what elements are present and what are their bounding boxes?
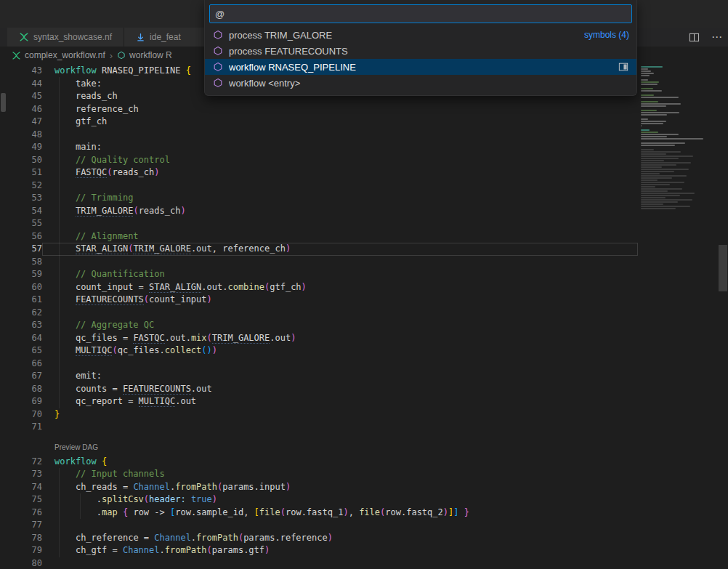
codelens-preview-dag[interactable]: Preview DAG: [7, 434, 638, 456]
minimap-line: [641, 199, 692, 201]
scrollbar-thumb[interactable]: [719, 245, 727, 291]
code-line[interactable]: 59 // Quantification: [7, 268, 638, 281]
code-line[interactable]: 49 main:: [7, 141, 638, 154]
minimap[interactable]: [638, 64, 718, 569]
code-line[interactable]: 71: [7, 421, 638, 434]
more-actions-icon[interactable]: ⋯: [705, 28, 728, 47]
code-token: Channel: [123, 545, 160, 555]
code-line[interactable]: 48: [7, 129, 638, 142]
sash-handle[interactable]: [1, 93, 6, 112]
minimap-line: [641, 171, 674, 172]
code-line[interactable]: 67 emit:: [7, 370, 638, 383]
code-line[interactable]: 47 gtf_ch: [7, 116, 638, 129]
line-number: 44: [7, 78, 42, 91]
minimap-line: [641, 162, 691, 164]
quick-pick-item-label: workflow RNASEQ_PIPELINE: [229, 62, 612, 73]
code-token: (: [144, 294, 149, 304]
line-number: 53: [7, 192, 42, 205]
code-token: FASTQC: [133, 333, 164, 344]
line-number: 67: [7, 370, 42, 383]
quick-pick-item[interactable]: process TRIM_GALOREsymbols (4): [205, 27, 636, 43]
code-text: ch_reads = Channel.fromPath(params.input…: [42, 481, 638, 494]
code-token: [54, 91, 76, 101]
code-line[interactable]: 52: [7, 179, 638, 193]
minimap-line: [641, 121, 666, 122]
minimap-line: [641, 186, 655, 187]
code-line[interactable]: 51 FASTQC(reads_ch): [7, 166, 638, 179]
code-line[interactable]: 62: [7, 307, 638, 320]
code-token: main:: [76, 142, 102, 152]
code-token: (: [207, 333, 212, 343]
code-line[interactable]: 79 ch_gtf = Channel.fromPath(params.gtf): [7, 544, 638, 557]
minimap-line: [641, 190, 668, 192]
code-token: ): [212, 345, 217, 355]
code-line[interactable]: 55: [7, 217, 638, 230]
code-line[interactable]: 63 // Aggregate QC: [7, 319, 638, 332]
code-token: }: [54, 409, 60, 419]
code-token: RNASEQ_PIPELINE: [102, 65, 180, 76]
quick-pick-item[interactable]: workflow <entry>: [205, 75, 636, 91]
code-line[interactable]: 76 .map { row -> [row.sample_id, [file(r…: [7, 507, 638, 520]
code-line[interactable]: 77: [7, 519, 638, 532]
tab-syntax-showcase[interactable]: syntax_showcase.nf: [7, 28, 124, 47]
minimap-line: [641, 195, 680, 196]
code-token: workflow: [54, 456, 97, 467]
line-number: 57: [7, 243, 42, 256]
quick-pick-item[interactable]: workflow RNASEQ_PIPELINE: [205, 59, 636, 75]
code-text: // Aggregate QC: [42, 319, 638, 332]
code-token: row ->: [128, 507, 170, 517]
code-line[interactable]: 61 FEATURECOUNTS(count_input): [7, 294, 638, 307]
minimap-line: [641, 158, 679, 159]
code-line[interactable]: 69 qc_report = MULTIQC.out: [7, 395, 638, 408]
code-text: // Quantification: [42, 268, 638, 281]
minimap-line: [641, 193, 695, 194]
code-line[interactable]: 78 ch_reference = Channel.fromPath(param…: [7, 532, 638, 545]
code-line[interactable]: 68 counts = FEATURECOUNTS.out: [7, 383, 638, 396]
code-text: // Input channels: [42, 468, 638, 481]
minimap-line: [641, 208, 676, 209]
code-line[interactable]: 58: [7, 256, 638, 269]
code-line[interactable]: 75 .splitCsv(header: true): [7, 493, 638, 507]
code-token: ): [212, 494, 217, 504]
line-number: 77: [7, 519, 42, 532]
code-token: [54, 533, 76, 543]
symbol-search-input[interactable]: [209, 4, 632, 23]
code-text: // Quality control: [42, 154, 638, 167]
open-to-side-icon[interactable]: [618, 62, 629, 72]
code-line[interactable]: 53 // Trimming: [7, 192, 638, 205]
nextflow-icon: [19, 32, 29, 42]
code-token: // Input channels: [54, 469, 165, 479]
code-line[interactable]: 60 count_input = STAR_ALIGN.out.combine(…: [7, 281, 638, 294]
minimap-line: [641, 105, 666, 107]
code-line[interactable]: 65 MULTIQC(qc_files.collect()): [7, 344, 638, 358]
code-token: ): [286, 243, 291, 254]
editor[interactable]: 43workflow RNASEQ_PIPELINE {44 take:45 r…: [7, 64, 638, 569]
code-line[interactable]: 46 reference_ch: [7, 103, 638, 116]
code-line[interactable]: 72workflow {: [7, 456, 638, 469]
quick-pick-item[interactable]: process FEATURECOUNTS: [205, 43, 636, 59]
minimap-line: [641, 173, 660, 174]
code-line[interactable]: 70}: [7, 408, 638, 421]
code-line[interactable]: 66: [7, 358, 638, 371]
code-token: collect: [165, 345, 202, 355]
minimap-line: [641, 175, 687, 177]
code-token: FEATURECOUNTS: [123, 384, 191, 395]
code-token: params.gtf: [212, 545, 264, 555]
breadcrumb-file[interactable]: complex_workflow.nf: [25, 50, 105, 60]
code-token: [54, 116, 76, 126]
code-line[interactable]: 54 TRIM_GALORE(reads_ch): [7, 205, 638, 218]
code-line[interactable]: 74 ch_reads = Channel.fromPath(params.in…: [7, 481, 638, 494]
code-line[interactable]: 50 // Quality control: [7, 154, 638, 167]
code-token: TRIM_GALORE: [133, 243, 190, 254]
code-line[interactable]: 57 STAR_ALIGN(TRIM_GALORE.out, reference…: [7, 243, 638, 256]
vertical-scrollbar[interactable]: [718, 64, 728, 569]
line-number: 69: [7, 395, 42, 408]
breadcrumb-symbol[interactable]: workflow R: [129, 50, 172, 60]
code-text: [42, 129, 638, 142]
minimap-line: [641, 188, 682, 190]
split-editor-icon[interactable]: [683, 28, 705, 47]
code-line[interactable]: 80: [7, 557, 638, 569]
code-line[interactable]: 56 // Alignment: [7, 230, 638, 243]
code-line[interactable]: 73 // Input channels: [7, 468, 638, 481]
code-line[interactable]: 64 qc_files = FASTQC.out.mix(TRIM_GALORE…: [7, 332, 638, 345]
